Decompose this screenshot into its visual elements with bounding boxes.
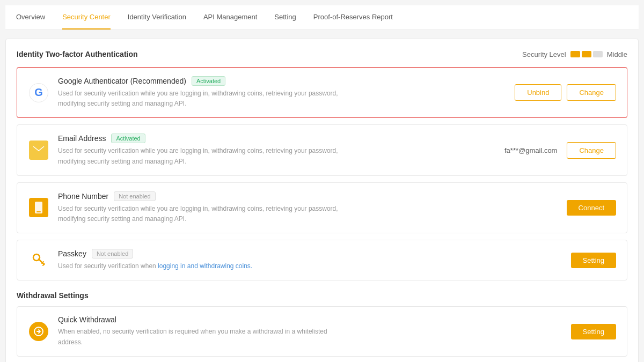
- withdrawal-settings-title: Withdrawal Settings: [17, 291, 627, 300]
- nav-tabs: Overview Security Center Identity Verifi…: [5, 5, 639, 30]
- phone-number-title: Phone Number: [58, 192, 108, 201]
- email-address-title-row: Email Address Activated: [58, 134, 496, 143]
- quick-withdrawal-card: Quick Withdrawal When enabled, no securi…: [17, 306, 627, 356]
- security-level-label: Security Level: [522, 50, 566, 58]
- passkey-icon: [29, 250, 48, 270]
- passkey-card: Passkey Not enabled Used for security ve…: [17, 240, 627, 280]
- connect-button[interactable]: Connect: [567, 200, 616, 216]
- google-icon: G: [29, 83, 48, 102]
- email-change-button[interactable]: Change: [567, 142, 616, 159]
- tab-security-center[interactable]: Security Center: [62, 5, 111, 29]
- identity-2fa-header: Identity Two-factor Authentication Secur…: [17, 50, 627, 58]
- email-address-actions: fa***@gmail.com Change: [504, 142, 616, 159]
- google-auth-badge: Activated: [192, 76, 225, 86]
- google-auth-desc: Used for security verification while you…: [58, 88, 353, 109]
- security-bar-2: [582, 51, 591, 57]
- passkey-title: Passkey: [58, 249, 86, 258]
- phone-number-actions: Connect: [567, 200, 616, 216]
- passkey-desc: Used for security verification when logg…: [58, 261, 353, 271]
- security-bar-1: [570, 51, 580, 57]
- withdrawal-icon: [29, 322, 48, 341]
- page-wrapper: Overview Security Center Identity Verifi…: [0, 0, 644, 362]
- tab-setting[interactable]: Setting: [274, 5, 296, 29]
- tab-api-management[interactable]: API Management: [203, 5, 257, 29]
- quick-withdrawal-body: Quick Withdrawal When enabled, no securi…: [58, 315, 562, 347]
- security-level-value: Middle: [607, 50, 627, 58]
- security-bars: [570, 51, 603, 57]
- phone-number-title-row: Phone Number Not enabled: [58, 191, 558, 201]
- google-auth-change-button[interactable]: Change: [567, 84, 616, 101]
- phone-number-body: Phone Number Not enabled Used for securi…: [58, 191, 558, 224]
- quick-withdrawal-title-row: Quick Withdrawal: [58, 315, 562, 324]
- phone-number-badge: Not enabled: [114, 191, 155, 201]
- google-auth-title: Google Authenticator (Recommended): [58, 77, 186, 85]
- email-icon-wrap: [28, 139, 49, 161]
- quick-withdrawal-title: Quick Withdrawal: [58, 315, 116, 324]
- google-auth-icon-wrap: G: [28, 82, 49, 104]
- quick-withdrawal-actions: Setting: [571, 324, 616, 339]
- passkey-badge: Not enabled: [92, 249, 133, 258]
- passkey-title-row: Passkey Not enabled: [58, 249, 562, 258]
- google-auth-actions: Unbind Change: [515, 84, 616, 101]
- tab-proof-of-reserves[interactable]: Proof-of-Reserves Report: [313, 5, 393, 29]
- email-address-desc: Used for security verification while you…: [58, 146, 353, 166]
- passkey-desc-highlight: logging in and withdrawing coins.: [158, 262, 252, 270]
- email-address-title: Email Address: [58, 134, 106, 143]
- email-masked-value: fa***@gmail.com: [504, 146, 557, 154]
- svg-rect-2: [36, 211, 41, 212]
- phone-icon: [29, 198, 48, 217]
- tab-overview[interactable]: Overview: [16, 5, 45, 29]
- email-address-card: Email Address Activated Used for securit…: [17, 124, 627, 175]
- tab-identity-verification[interactable]: Identity Verification: [128, 5, 186, 29]
- phone-number-card: Phone Number Not enabled Used for securi…: [17, 182, 627, 233]
- email-address-badge: Activated: [111, 134, 145, 143]
- security-bar-3: [593, 51, 603, 57]
- passkey-icon-wrap: [28, 249, 49, 271]
- quick-withdrawal-desc: When enabled, no security verification i…: [58, 327, 353, 347]
- email-address-body: Email Address Activated Used for securit…: [58, 134, 496, 166]
- google-auth-title-row: Google Authenticator (Recommended) Activ…: [58, 76, 506, 86]
- passkey-setting-button[interactable]: Setting: [571, 253, 616, 268]
- phone-icon-wrap: [28, 197, 49, 218]
- phone-number-desc: Used for security verification while you…: [58, 204, 353, 224]
- unbind-button[interactable]: Unbind: [515, 84, 561, 101]
- email-icon: [29, 141, 48, 160]
- identity-2fa-title: Identity Two-factor Authentication: [17, 50, 138, 58]
- security-level: Security Level Middle: [522, 50, 627, 58]
- quick-withdrawal-setting-button[interactable]: Setting: [571, 324, 616, 339]
- passkey-body: Passkey Not enabled Used for security ve…: [58, 249, 562, 271]
- main-content: Identity Two-factor Authentication Secur…: [5, 39, 639, 362]
- google-auth-card: G Google Authenticator (Recommended) Act…: [17, 67, 627, 118]
- quick-withdrawal-icon-wrap: [28, 321, 49, 342]
- passkey-actions: Setting: [571, 253, 616, 268]
- google-auth-body: Google Authenticator (Recommended) Activ…: [58, 76, 506, 109]
